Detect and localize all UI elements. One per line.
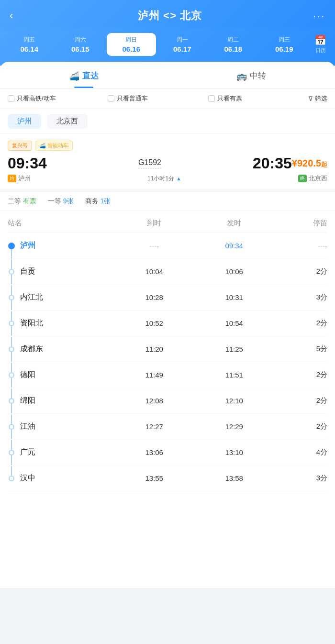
train-card[interactable]: 复兴号 🚄 智能动车 09:34 G1592 20:35 ¥920.5起 始 泸… bbox=[0, 134, 335, 192]
filter-putong[interactable]: 只看普通车 bbox=[108, 94, 208, 103]
seat-first-count: 9张 bbox=[63, 197, 74, 205]
station-dot-wrap bbox=[8, 476, 15, 481]
station-name-text: 汉中 bbox=[20, 473, 35, 483]
station-stay: ---- bbox=[274, 242, 327, 250]
station-name-text: 成都东 bbox=[20, 344, 43, 354]
checkbox-putong[interactable] bbox=[108, 95, 114, 102]
station-stay: 5分 bbox=[274, 344, 327, 354]
date-item-5[interactable]: 周三 06.19 bbox=[260, 33, 309, 56]
seat-second-status: 有票 bbox=[23, 197, 36, 205]
price-suffix: 起 bbox=[321, 161, 327, 168]
train-duration: 11小时1分 ▲ bbox=[31, 175, 298, 183]
station-name-text: 内江北 bbox=[20, 292, 43, 302]
date-2: 06.16 bbox=[122, 45, 140, 53]
station-depart: 11:25 bbox=[194, 345, 274, 353]
date-item-1[interactable]: 周六 06.15 bbox=[56, 33, 105, 56]
header-stay: 停留 bbox=[274, 219, 327, 228]
dest-station-tag[interactable]: 北京西 bbox=[47, 114, 88, 129]
station-depart: 10:54 bbox=[194, 319, 274, 327]
filter-icon: ⊽ bbox=[308, 95, 313, 102]
date-item-2[interactable]: 周日 06.16 bbox=[107, 33, 156, 56]
station-dot-wrap bbox=[8, 321, 15, 326]
station-name-text: 自贡 bbox=[20, 266, 35, 277]
station-name-col: 江油 bbox=[8, 422, 114, 432]
date-item-0[interactable]: 周五 06.14 bbox=[5, 33, 54, 56]
filter-screen-button[interactable]: ⊽ 筛选 bbox=[308, 94, 327, 103]
station-dot-wrap bbox=[8, 269, 15, 275]
station-row-item: 江油12:2712:292分 bbox=[8, 414, 327, 440]
station-name-col: 泸州 bbox=[8, 241, 114, 251]
station-row-item: 内江北10:2810:313分 bbox=[8, 285, 327, 311]
dot-filled bbox=[8, 243, 15, 249]
station-name-col: 资阳北 bbox=[8, 318, 114, 328]
date-5: 06.19 bbox=[275, 45, 293, 53]
station-name-text: 江油 bbox=[20, 422, 35, 432]
weekday-2: 周日 bbox=[125, 36, 137, 44]
station-stay: 2分 bbox=[274, 396, 327, 405]
date-item-3[interactable]: 周一 06.17 bbox=[158, 33, 207, 56]
station-selector: 泸州 北京西 bbox=[0, 109, 335, 134]
app-header: ‹ 泸州 <> 北京 ··· bbox=[0, 0, 335, 28]
date-bar: 周五 06.14 周六 06.15 周日 06.16 周一 06.17 周二 0… bbox=[0, 28, 335, 66]
seat-business-count: 1张 bbox=[100, 197, 111, 205]
station-name-col: 德阳 bbox=[8, 370, 114, 380]
station-depart: 09:34 bbox=[194, 242, 274, 250]
station-stay: 3分 bbox=[274, 293, 327, 302]
train-price: ¥920.5起 bbox=[292, 158, 327, 169]
station-arrive: 10:28 bbox=[114, 293, 194, 301]
station-name-col: 绵阳 bbox=[8, 396, 114, 406]
station-name-text: 资阳北 bbox=[20, 318, 43, 328]
station-dot-wrap bbox=[8, 372, 15, 378]
station-arrive: ---- bbox=[114, 242, 194, 250]
calendar-button[interactable]: 📅 日历 bbox=[311, 32, 330, 57]
seat-row: 二等 有票 一等 9张 商务 1张 bbox=[0, 192, 335, 211]
station-stay: 3分 bbox=[274, 474, 327, 483]
filter-screen-label: 筛选 bbox=[315, 94, 327, 103]
train-icon: 🚄 bbox=[69, 71, 79, 81]
page-title: 泸州 <> 北京 bbox=[138, 9, 202, 23]
filter-ticket[interactable]: 只看有票 bbox=[208, 94, 308, 103]
checkbox-ticket[interactable] bbox=[208, 95, 215, 102]
date-item-4[interactable]: 周二 06.18 bbox=[209, 33, 258, 56]
station-row-item: 汉中13:5513:583分 bbox=[8, 466, 327, 491]
weekday-3: 周一 bbox=[177, 36, 188, 44]
filter-gaotie-label: 只看高铁/动车 bbox=[17, 94, 56, 103]
station-rows: 泸州----09:34----自贡10:0410:062分内江北10:2810:… bbox=[8, 233, 327, 491]
station-name-text: 德阳 bbox=[20, 370, 35, 380]
train-arrive-time: 20:35 bbox=[253, 155, 292, 172]
duration-arrow: ▲ bbox=[176, 176, 181, 181]
station-row-item: 绵阳12:0812:102分 bbox=[8, 388, 327, 414]
station-name-col: 内江北 bbox=[8, 292, 114, 302]
checkbox-gaotie[interactable] bbox=[8, 95, 14, 102]
station-depart: 12:29 bbox=[194, 422, 274, 431]
station-row-item: 自贡10:0410:062分 bbox=[8, 259, 327, 285]
station-row-item: 德阳11:4911:512分 bbox=[8, 362, 327, 388]
origin-station-tag[interactable]: 泸州 bbox=[8, 114, 41, 129]
station-name-text: 广元 bbox=[20, 447, 35, 457]
back-button[interactable]: ‹ bbox=[10, 10, 27, 22]
station-list: 站名 到时 发时 停留 泸州----09:34----自贡10:0410:062… bbox=[0, 211, 335, 491]
station-dot-wrap bbox=[8, 243, 15, 249]
train-badges: 复兴号 🚄 智能动车 bbox=[8, 141, 327, 151]
station-name-col: 成都东 bbox=[8, 344, 114, 354]
station-name-text: 泸州 bbox=[20, 241, 35, 251]
tab-direct[interactable]: 🚄 直达 bbox=[0, 62, 168, 88]
more-button[interactable]: ··· bbox=[313, 11, 325, 22]
duration-text: 11小时1分 bbox=[147, 175, 174, 183]
station-depart: 13:10 bbox=[194, 448, 274, 456]
header-arrive: 到时 bbox=[114, 219, 194, 228]
station-name-col: 汉中 bbox=[8, 473, 114, 483]
station-arrive: 13:55 bbox=[114, 474, 194, 482]
tab-transfer[interactable]: 🚌 中转 bbox=[168, 62, 335, 88]
station-name-text: 绵阳 bbox=[20, 396, 35, 406]
station-depart: 12:10 bbox=[194, 397, 274, 405]
station-depart: 10:31 bbox=[194, 293, 274, 301]
train-depart-time: 09:34 bbox=[8, 155, 47, 172]
filter-gaotie[interactable]: 只看高铁/动车 bbox=[8, 94, 108, 103]
station-arrive: 10:04 bbox=[114, 267, 194, 276]
origin-dot: 始 bbox=[8, 175, 16, 182]
dest-station-name: 北京西 bbox=[309, 174, 327, 183]
station-row-item: 广元13:0613:104分 bbox=[8, 440, 327, 466]
date-4: 06.18 bbox=[224, 45, 242, 53]
badge-smart: 🚄 智能动车 bbox=[35, 141, 73, 151]
